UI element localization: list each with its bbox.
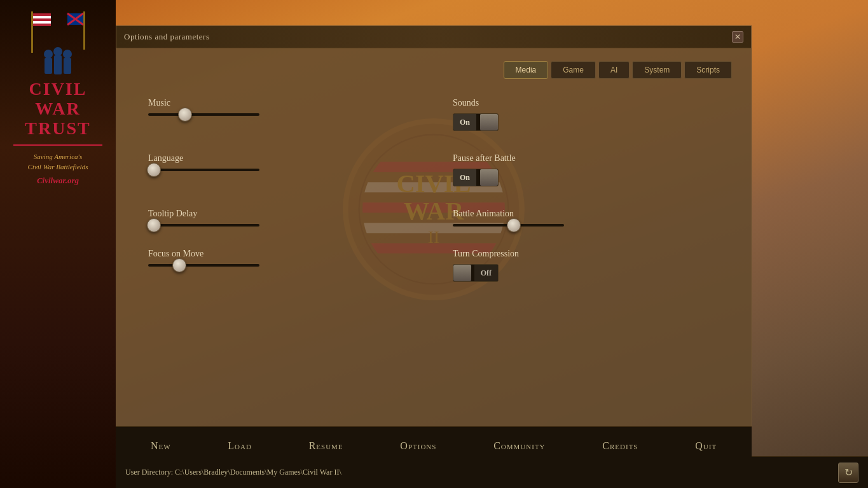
logo-line-civil: CIVIL bbox=[25, 80, 90, 99]
setting-turn-compression: Turn Compression Off bbox=[453, 249, 719, 282]
tab-scripts[interactable]: Scripts bbox=[684, 61, 732, 79]
svg-rect-3 bbox=[33, 16, 51, 18]
options-dialog: CIVIL WAR II Options and parameters ✕ Me… bbox=[116, 25, 752, 464]
svg-point-8 bbox=[44, 50, 53, 59]
language-slider-thumb[interactable] bbox=[147, 163, 161, 177]
logo-image bbox=[13, 8, 102, 75]
setting-tooltip-delay: Tooltip Delay bbox=[148, 209, 415, 227]
pause-battle-control: On bbox=[453, 169, 719, 186]
tab-ai[interactable]: AI bbox=[598, 61, 630, 79]
nav-options[interactable]: Options bbox=[387, 435, 449, 457]
sidebar-divider bbox=[13, 144, 102, 146]
tab-game[interactable]: Game bbox=[551, 61, 596, 79]
sidebar: CIVIL WAR TRUST Saving America's Civil W… bbox=[0, 0, 116, 488]
setting-sounds: Sounds On bbox=[453, 98, 719, 131]
turn-compression-label: Turn Compression bbox=[453, 249, 719, 259]
battle-animation-control bbox=[453, 224, 719, 227]
language-label: Language bbox=[148, 153, 415, 164]
pause-battle-toggle[interactable]: On bbox=[453, 169, 499, 186]
svg-rect-11 bbox=[54, 55, 62, 74]
tooltip-delay-label: Tooltip Delay bbox=[148, 209, 415, 219]
svg-rect-0 bbox=[31, 11, 33, 53]
setting-pause-after-battle: Pause after Battle On bbox=[453, 153, 719, 186]
pause-battle-label: Pause after Battle bbox=[453, 153, 719, 164]
battle-anim-slider-thumb[interactable] bbox=[507, 218, 521, 232]
svg-rect-13 bbox=[64, 58, 71, 74]
footer-directory-text: User Directory: C:\Users\Bradley\Documen… bbox=[125, 468, 341, 477]
logo-line-trust: TRUST bbox=[25, 119, 90, 139]
focus-move-label: Focus on Move bbox=[148, 249, 415, 259]
turn-compression-toggle-handle bbox=[453, 265, 471, 281]
civilwar-org-link[interactable]: Civilwar.org bbox=[28, 175, 88, 186]
refresh-button[interactable]: ↻ bbox=[838, 463, 858, 483]
civil-war-trust-logo: CIVIL WAR TRUST bbox=[25, 80, 90, 138]
svg-rect-4 bbox=[33, 21, 51, 24]
battle-anim-slider-track[interactable] bbox=[453, 224, 564, 227]
sounds-toggle[interactable]: On bbox=[453, 113, 499, 131]
focus-slider-track[interactable] bbox=[148, 264, 259, 267]
settings-grid: Music Sounds On bbox=[135, 98, 732, 282]
bottom-nav: New Load Resume Options Community Credit… bbox=[116, 426, 752, 464]
turn-compression-toggle-off-label: Off bbox=[474, 265, 498, 281]
nav-community[interactable]: Community bbox=[481, 435, 558, 457]
svg-rect-9 bbox=[45, 58, 52, 74]
sounds-toggle-handle bbox=[480, 114, 498, 130]
turn-compression-toggle[interactable]: Off bbox=[453, 264, 499, 282]
sounds-control: On bbox=[453, 113, 719, 131]
dialog-title: Options and parameters bbox=[124, 32, 209, 42]
svg-point-10 bbox=[53, 47, 62, 56]
music-label: Music bbox=[148, 98, 415, 108]
setting-battle-animation: Battle Animation bbox=[453, 209, 719, 227]
svg-point-12 bbox=[63, 50, 72, 59]
music-control bbox=[148, 113, 415, 116]
nav-resume[interactable]: Resume bbox=[296, 435, 356, 457]
nav-load[interactable]: Load bbox=[215, 435, 265, 457]
tooltip-slider-thumb[interactable] bbox=[147, 218, 161, 232]
music-slider-thumb[interactable] bbox=[178, 108, 192, 122]
tooltip-slider-track[interactable] bbox=[148, 224, 259, 227]
setting-language: Language bbox=[148, 153, 415, 186]
sounds-label: Sounds bbox=[453, 98, 719, 108]
logo-area bbox=[13, 6, 102, 76]
pause-battle-toggle-handle bbox=[480, 169, 498, 186]
svg-rect-1 bbox=[83, 11, 85, 50]
svg-rect-2 bbox=[33, 13, 51, 26]
sidebar-saving-text: Saving America's Civil War Battlefields … bbox=[22, 152, 95, 186]
music-slider-track[interactable] bbox=[148, 113, 259, 116]
dialog-content: Media Game AI System Scripts Music bbox=[116, 48, 751, 295]
focus-move-control bbox=[148, 264, 415, 267]
nav-quit[interactable]: Quit bbox=[682, 435, 729, 457]
turn-compression-control: Off bbox=[453, 264, 719, 282]
focus-slider-thumb[interactable] bbox=[172, 258, 186, 272]
nav-new[interactable]: New bbox=[138, 435, 184, 457]
sounds-toggle-on-label: On bbox=[453, 114, 476, 130]
language-control bbox=[148, 169, 415, 171]
pause-battle-toggle-on-label: On bbox=[453, 169, 476, 186]
logo-line-war: WAR bbox=[25, 99, 90, 119]
close-button[interactable]: ✕ bbox=[732, 31, 743, 43]
dialog-titlebar: Options and parameters ✕ bbox=[116, 26, 751, 48]
tooltip-delay-control bbox=[148, 224, 415, 227]
setting-focus-on-move: Focus on Move bbox=[148, 249, 415, 282]
language-slider-track[interactable] bbox=[148, 169, 259, 171]
battle-animation-label: Battle Animation bbox=[453, 209, 719, 219]
tab-media[interactable]: Media bbox=[504, 61, 549, 79]
dialog-inner: CIVIL WAR II Options and parameters ✕ Me… bbox=[116, 25, 752, 433]
tab-system[interactable]: System bbox=[632, 61, 682, 79]
tab-bar: Media Game AI System Scripts bbox=[135, 61, 732, 79]
setting-music: Music bbox=[148, 98, 415, 131]
nav-credits[interactable]: Credits bbox=[589, 435, 651, 457]
